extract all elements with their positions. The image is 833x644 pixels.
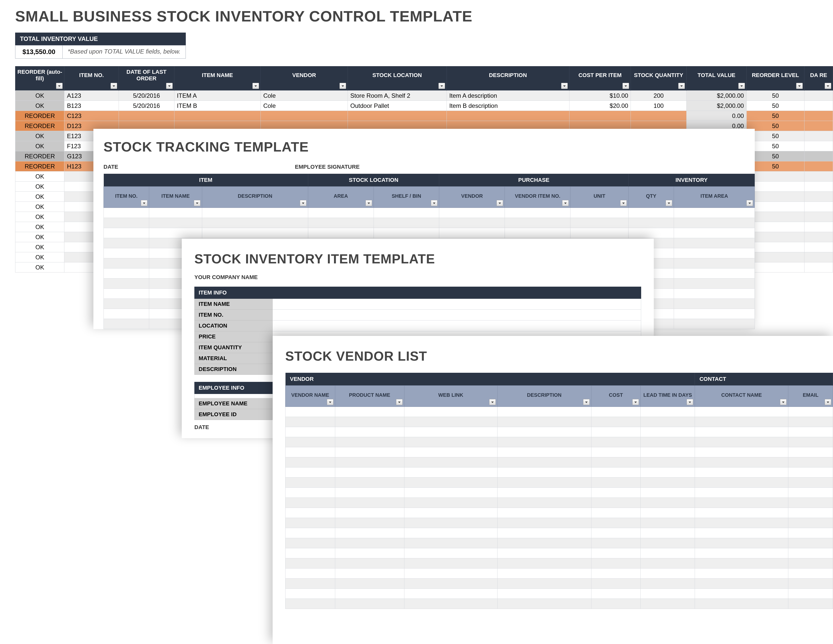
cell[interactable]: 100: [631, 101, 686, 111]
filter-dropdown-icon[interactable]: [738, 83, 745, 89]
cell[interactable]: [497, 579, 591, 589]
cell[interactable]: [674, 228, 755, 238]
table-row[interactable]: [286, 518, 833, 528]
cell[interactable]: [695, 467, 788, 478]
cell[interactable]: 50: [746, 151, 804, 161]
cell[interactable]: [641, 447, 695, 457]
table-row[interactable]: [104, 228, 755, 238]
cell[interactable]: [286, 538, 335, 548]
cell[interactable]: [804, 151, 833, 161]
filter-dropdown-icon[interactable]: [56, 83, 63, 89]
filter-dropdown-icon[interactable]: [194, 200, 200, 206]
cell[interactable]: B123: [64, 101, 119, 111]
filter-dropdown-icon[interactable]: [497, 200, 503, 206]
cell[interactable]: [286, 447, 335, 457]
filter-dropdown-icon[interactable]: [678, 83, 685, 89]
cell[interactable]: [497, 457, 591, 467]
cell[interactable]: [104, 299, 149, 309]
cell[interactable]: [308, 218, 373, 228]
cell[interactable]: [286, 599, 335, 609]
filter-dropdown-icon[interactable]: [583, 399, 590, 405]
cell[interactable]: [335, 518, 404, 528]
cell[interactable]: [641, 528, 695, 538]
cell[interactable]: [335, 467, 404, 478]
cell[interactable]: [335, 407, 404, 417]
cell[interactable]: A123: [64, 91, 119, 101]
cell[interactable]: [104, 238, 149, 248]
cell[interactable]: [788, 528, 833, 538]
cell[interactable]: [804, 212, 833, 222]
cell[interactable]: [746, 182, 804, 192]
cell[interactable]: [591, 427, 641, 437]
filter-dropdown-icon[interactable]: [825, 83, 831, 89]
cell[interactable]: 50: [746, 121, 804, 131]
cell[interactable]: [591, 518, 641, 528]
cell[interactable]: [404, 559, 497, 568]
cell[interactable]: [695, 548, 788, 559]
table-row[interactable]: REORDERC1230.0050: [15, 111, 833, 121]
filter-dropdown-icon[interactable]: [687, 399, 693, 405]
cell[interactable]: [497, 559, 591, 568]
cell[interactable]: $2,000.00: [686, 101, 746, 111]
cell[interactable]: [335, 498, 404, 508]
cell[interactable]: [104, 218, 149, 228]
cell[interactable]: [497, 478, 591, 488]
table-row[interactable]: [286, 467, 833, 478]
column-header[interactable]: PRODUCT NAME: [335, 386, 404, 407]
cell[interactable]: [695, 417, 788, 427]
filter-dropdown-icon[interactable]: [632, 399, 639, 405]
cell[interactable]: 50: [746, 101, 804, 111]
cell[interactable]: [571, 208, 629, 218]
table-row[interactable]: [286, 447, 833, 457]
cell[interactable]: [591, 589, 641, 599]
cell[interactable]: [591, 508, 641, 518]
cell[interactable]: [746, 232, 804, 242]
cell[interactable]: [335, 488, 404, 498]
table-row[interactable]: [286, 417, 833, 427]
cell[interactable]: [804, 91, 833, 101]
cell[interactable]: [695, 407, 788, 417]
cell[interactable]: [505, 208, 571, 218]
cell[interactable]: [674, 279, 755, 289]
column-header[interactable]: REORDER (auto-fill): [15, 66, 64, 91]
table-row[interactable]: [104, 218, 755, 228]
cell[interactable]: [695, 579, 788, 589]
cell[interactable]: C123: [64, 111, 119, 121]
cell[interactable]: [591, 467, 641, 478]
cell[interactable]: [286, 589, 335, 599]
cell[interactable]: [404, 488, 497, 498]
cell[interactable]: [804, 252, 833, 262]
cell[interactable]: [308, 228, 373, 238]
filter-dropdown-icon[interactable]: [327, 399, 333, 405]
cell[interactable]: [335, 457, 404, 467]
table-row[interactable]: [286, 599, 833, 609]
cell[interactable]: 5/20/2016: [119, 101, 174, 111]
cell[interactable]: [591, 417, 641, 427]
cell[interactable]: [674, 289, 755, 299]
table-row[interactable]: [286, 427, 833, 437]
cell[interactable]: [746, 262, 804, 272]
cell[interactable]: [591, 568, 641, 579]
cell[interactable]: [641, 498, 695, 508]
cell[interactable]: [591, 478, 641, 488]
cell[interactable]: [286, 417, 335, 427]
table-row[interactable]: [286, 478, 833, 488]
cell[interactable]: [497, 508, 591, 518]
cell[interactable]: [629, 218, 674, 228]
cell[interactable]: [286, 568, 335, 579]
cell[interactable]: OK: [15, 91, 64, 101]
table-row[interactable]: [104, 208, 755, 218]
cell[interactable]: [641, 508, 695, 518]
cell[interactable]: [497, 407, 591, 417]
cell[interactable]: OK: [15, 182, 64, 192]
cell[interactable]: [641, 568, 695, 579]
table-row[interactable]: [286, 589, 833, 599]
cell[interactable]: [286, 508, 335, 518]
cell[interactable]: [641, 579, 695, 589]
cell[interactable]: [174, 111, 261, 121]
cell[interactable]: [674, 248, 755, 258]
cell[interactable]: [788, 538, 833, 548]
cell[interactable]: [335, 447, 404, 457]
table-row[interactable]: OKA1235/20/2016ITEM AColeStore Room A, S…: [15, 91, 833, 101]
cell[interactable]: [788, 568, 833, 579]
